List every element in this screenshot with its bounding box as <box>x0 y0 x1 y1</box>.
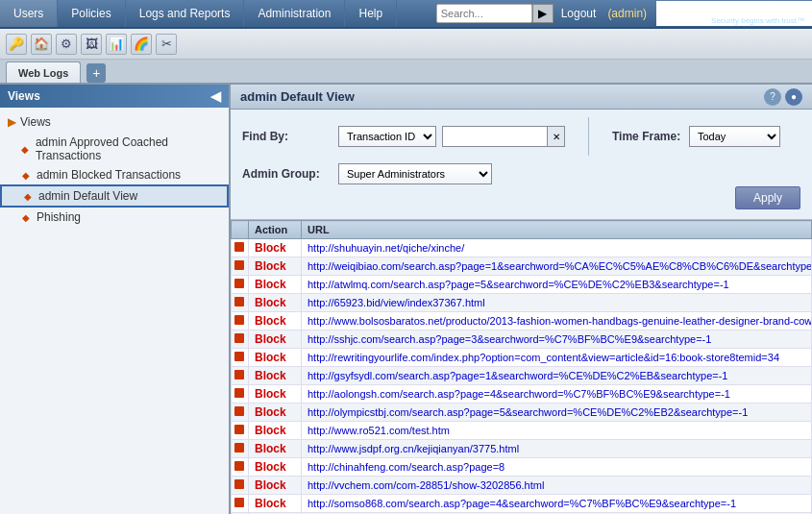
find-by-select[interactable]: Transaction ID URL User Category <box>338 126 436 147</box>
nav-item-users[interactable]: Users <box>0 0 58 27</box>
row-url: http://www.jsdpf.org.cn/kejiqianyan/3775… <box>302 440 812 458</box>
sidebar: Views ◀ ▶ Views ◆ admin Approved Coached… <box>0 85 231 514</box>
row-url: http://somso868.com/search.asp?page=4&se… <box>302 495 812 513</box>
sidebar-item-blocked[interactable]: ◆ admin Blocked Transactions <box>0 165 229 184</box>
tab-web-logs[interactable]: Web Logs <box>6 61 81 83</box>
logo-area: SWG 🛡 Trustwave Security begins with tru… <box>656 1 812 26</box>
right-panel: admin Default View ? ● Find By: Transact… <box>231 85 812 514</box>
toolbar: 🔑 🏠 ⚙ 🖼 📊 🌈 ✂ <box>0 29 812 60</box>
row-url: http://aolongsh.com/search.asp?page=4&se… <box>302 385 812 404</box>
toolbar-settings-icon[interactable]: ⚙ <box>56 34 77 55</box>
row-indicator <box>232 276 249 294</box>
row-indicator <box>232 239 249 257</box>
sidebar-item-label-default: admin Default View <box>38 189 137 203</box>
results-table: Action URL Blockhttp://shuhuayin.net/qic… <box>231 220 812 514</box>
sidebar-item-default[interactable]: ◆ admin Default View <box>0 184 229 208</box>
find-by-label: Find By: <box>242 130 338 143</box>
time-frame-label: Time Frame: <box>612 130 689 143</box>
row-action: Block <box>249 257 302 276</box>
find-by-input[interactable] <box>442 126 548 147</box>
table-row[interactable]: Blockhttp://vvchem.com/com-28851/show-32… <box>232 477 812 495</box>
nav-item-administration[interactable]: Administration <box>244 0 345 27</box>
item-icon-approved: ◆ <box>19 142 32 156</box>
table-row[interactable]: Blockhttp://www.bolsosbaratos.net/produc… <box>232 312 812 330</box>
nav-item-help[interactable]: Help <box>345 0 397 27</box>
search-button[interactable]: ▶ <box>532 4 554 23</box>
row-action: Block <box>249 422 302 440</box>
sidebar-item-approved[interactable]: ◆ admin Approved Coached Transactions <box>0 133 229 165</box>
toolbar-chart-icon[interactable]: 📊 <box>106 34 127 55</box>
toolbar-key-icon[interactable]: 🔑 <box>6 34 27 55</box>
row-action: Block <box>249 367 302 385</box>
row-url: http://sshjc.com/search.asp?page=3&searc… <box>302 330 812 349</box>
row-action: Block <box>249 477 302 495</box>
row-url: http://olympicstbj.com/search.asp?page=5… <box>302 404 812 422</box>
table-row[interactable]: Blockhttp://chinahfeng.com/search.asp?pa… <box>232 458 812 477</box>
toolbar-cut-icon[interactable]: ✂ <box>156 34 177 55</box>
row-action: Block <box>249 385 302 404</box>
table-row[interactable]: Blockhttp://www.ro521.com/test.htm <box>232 422 812 440</box>
sidebar-content: ▶ Views ◆ admin Approved Coached Transac… <box>0 108 229 514</box>
row-action: Block <box>249 276 302 294</box>
item-icon-blocked: ◆ <box>19 168 33 182</box>
apply-button[interactable]: Apply <box>735 186 800 209</box>
col-header-action[interactable]: Action <box>249 221 302 239</box>
sidebar-item-phishing[interactable]: ◆ Phishing <box>0 208 229 227</box>
logout-button[interactable]: Logout <box>554 7 604 20</box>
find-by-row: Find By: Transaction ID URL User Categor… <box>242 117 800 156</box>
toolbar-image-icon[interactable]: 🖼 <box>81 34 102 55</box>
admin-group-select[interactable]: Super Administrators All <box>338 163 492 184</box>
sidebar-collapse-button[interactable]: ◀ <box>210 88 221 104</box>
admin-label: (admin) <box>603 7 651 20</box>
panel-icons: ? ● <box>764 88 802 106</box>
col-header-indicator <box>232 221 249 239</box>
row-url: http://gsyfsydl.com/search.asp?page=1&se… <box>302 367 812 385</box>
table-row[interactable]: Blockhttp://olympicstbj.com/search.asp?p… <box>232 404 812 422</box>
item-icon-default: ◆ <box>21 189 35 203</box>
panel-title: admin Default View <box>240 89 355 104</box>
sidebar-folder-label: Views <box>20 115 51 129</box>
search-input[interactable] <box>436 4 532 23</box>
sidebar-folder-views[interactable]: ▶ Views <box>0 111 229 133</box>
row-action: Block <box>249 440 302 458</box>
row-action: Block <box>249 495 302 513</box>
row-indicator <box>232 422 249 440</box>
toolbar-home-icon[interactable]: 🏠 <box>31 34 52 55</box>
search-area: ▶ <box>436 4 554 23</box>
table-area[interactable]: Action URL Blockhttp://shuhuayin.net/qic… <box>231 220 812 514</box>
sidebar-item-label-blocked: admin Blocked Transactions <box>37 168 181 182</box>
col-header-url[interactable]: URL <box>302 221 812 239</box>
folder-icon: ▶ <box>8 115 16 129</box>
row-action: Block <box>249 349 302 367</box>
help-icon[interactable]: ? <box>764 88 781 106</box>
sidebar-title: Views <box>8 89 40 103</box>
row-url: http://weiqibiao.com/search.asp?page=1&s… <box>302 257 812 276</box>
find-by-clear-button[interactable]: ✕ <box>548 126 565 147</box>
table-row[interactable]: Blockhttp://atwlmq.com/search.asp?page=5… <box>232 276 812 294</box>
table-row[interactable]: Blockhttp://aolongsh.com/search.asp?page… <box>232 385 812 404</box>
row-indicator <box>232 404 249 422</box>
row-url: http://www.bolsosbaratos.net/producto/20… <box>302 312 812 330</box>
row-indicator <box>232 257 249 276</box>
row-url: http://65923.bid/view/index37367.html <box>302 294 812 312</box>
row-indicator <box>232 367 249 385</box>
time-frame-select[interactable]: Today Yesterday Last 7 Days Last 30 Days <box>689 126 780 147</box>
nav-item-policies[interactable]: Policies <box>58 0 125 27</box>
info-icon[interactable]: ● <box>785 88 802 106</box>
table-row[interactable]: Blockhttp://somso868.com/search.asp?page… <box>232 495 812 513</box>
table-row[interactable]: Blockhttp://gsyfsydl.com/search.asp?page… <box>232 367 812 385</box>
table-row[interactable]: Blockhttp://weiqibiao.com/search.asp?pag… <box>232 257 812 276</box>
table-row[interactable]: Blockhttp://65923.bid/view/index37367.ht… <box>232 294 812 312</box>
nav-item-logs[interactable]: Logs and Reports <box>126 0 245 27</box>
row-indicator <box>232 440 249 458</box>
table-row[interactable]: Blockhttp://www.jsdpf.org.cn/kejiqianyan… <box>232 440 812 458</box>
row-url: http://www.ro521.com/test.htm <box>302 422 812 440</box>
row-indicator <box>232 349 249 367</box>
sidebar-item-label-approved: admin Approved Coached Transactions <box>36 135 221 162</box>
toolbar-rainbow-icon[interactable]: 🌈 <box>131 34 152 55</box>
table-row[interactable]: Blockhttp://rewritingyourlife.com/index.… <box>232 349 812 367</box>
row-indicator <box>232 477 249 495</box>
table-row[interactable]: Blockhttp://sshjc.com/search.asp?page=3&… <box>232 330 812 349</box>
add-tab-button[interactable]: + <box>86 63 106 83</box>
table-row[interactable]: Blockhttp://shuhuayin.net/qiche/xinche/ <box>232 239 812 257</box>
